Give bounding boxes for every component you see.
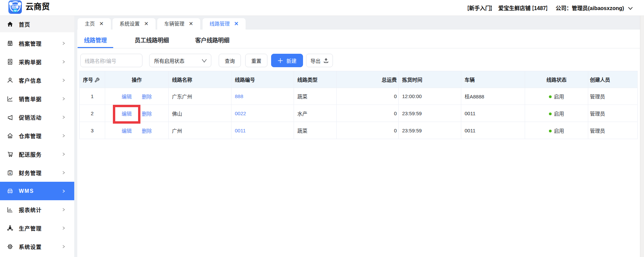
- svg-text:仓储: 仓储: [12, 5, 18, 8]
- svg-text:¥: ¥: [9, 171, 11, 175]
